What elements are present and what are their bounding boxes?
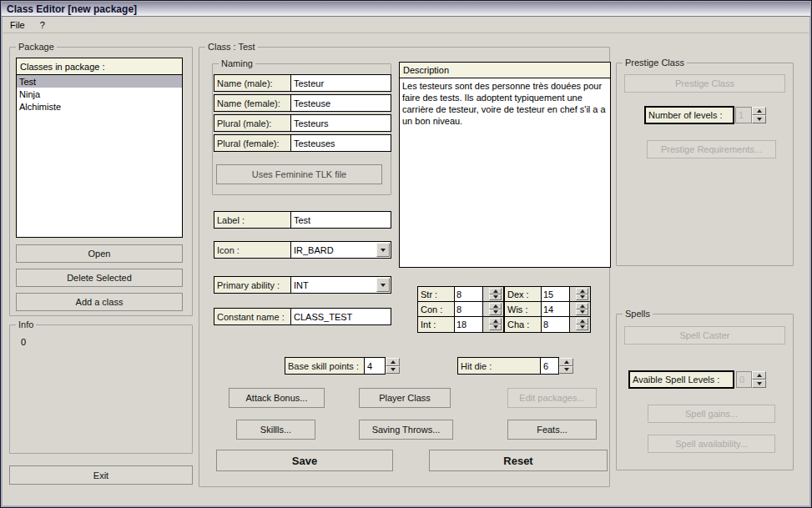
delete-selected-button[interactable]: Delete Selected bbox=[16, 269, 183, 287]
stat-row-dex: Dex : 15 bbox=[505, 287, 590, 302]
primary-ability-dropdown[interactable]: INT bbox=[290, 276, 391, 294]
name-female-input[interactable]: Testeuse bbox=[290, 94, 391, 112]
exit-button[interactable]: Exit bbox=[9, 465, 193, 485]
str-value[interactable]: 8 bbox=[455, 287, 483, 301]
info-group-label: Info bbox=[16, 319, 36, 330]
saving-throws-button[interactable]: Saving Throws... bbox=[359, 420, 453, 440]
spin-down-button[interactable] bbox=[752, 115, 766, 123]
cha-spinner bbox=[576, 318, 588, 330]
spin-up-button[interactable] bbox=[752, 107, 766, 115]
spin-down-button[interactable] bbox=[559, 366, 573, 375]
available-spell-levels-input[interactable]: 0 bbox=[736, 371, 752, 388]
dex-label: Dex : bbox=[505, 287, 542, 301]
player-class-button[interactable]: Player Class bbox=[359, 388, 451, 408]
spell-gains-button[interactable]: Spell gains... bbox=[648, 405, 775, 423]
icon-dropdown-value: IR_BARD bbox=[294, 242, 334, 258]
list-item-alchimiste[interactable]: Alchimiste bbox=[17, 100, 182, 113]
skills-button[interactable]: Skillls... bbox=[236, 420, 315, 440]
spin-down-button[interactable] bbox=[576, 309, 588, 316]
spin-up-button[interactable] bbox=[576, 303, 588, 309]
classes-list-header: Classes in package : bbox=[16, 58, 183, 75]
menubar: File ? bbox=[3, 18, 809, 33]
plural-male-input[interactable]: Testeurs bbox=[290, 114, 391, 132]
constant-name-label: Constant name : bbox=[214, 308, 291, 325]
constant-name-input[interactable]: CLASS_TEST bbox=[290, 308, 391, 325]
prestige-class-button[interactable]: Prestige Class bbox=[624, 74, 785, 93]
spin-down-button[interactable] bbox=[489, 324, 502, 331]
wis-label: Wis : bbox=[505, 302, 542, 316]
plural-male-label: Plural (male): bbox=[214, 114, 291, 132]
spin-down-button[interactable] bbox=[576, 324, 588, 331]
wis-value[interactable]: 14 bbox=[542, 302, 570, 316]
spell-caster-button[interactable]: Spell Caster bbox=[624, 326, 785, 345]
dex-spinner bbox=[576, 288, 588, 300]
dex-value[interactable]: 15 bbox=[542, 287, 570, 301]
reset-button[interactable]: Reset bbox=[429, 450, 608, 471]
spin-down-button[interactable] bbox=[489, 309, 502, 316]
list-item-test[interactable]: Test bbox=[17, 75, 182, 88]
menu-help[interactable]: ? bbox=[40, 20, 45, 30]
available-spell-levels-spinner bbox=[752, 371, 766, 388]
spin-up-button[interactable] bbox=[752, 371, 766, 380]
icon-dropdown-button[interactable] bbox=[376, 243, 390, 257]
hit-die-label: Hit die : bbox=[457, 357, 541, 375]
window-title: Class Editor [new package] bbox=[7, 3, 137, 15]
plural-female-label: Plural (female): bbox=[214, 134, 291, 152]
int-value[interactable]: 18 bbox=[455, 317, 483, 332]
spin-down-button[interactable] bbox=[576, 294, 588, 301]
available-spell-levels-label: Avaible Spell Levels : bbox=[628, 370, 734, 389]
name-male-label: Name (male): bbox=[214, 74, 291, 92]
feats-button[interactable]: Feats... bbox=[507, 420, 597, 440]
description-textarea[interactable]: Les testeurs sont des personne très doué… bbox=[399, 78, 611, 268]
cha-value[interactable]: 8 bbox=[542, 317, 570, 332]
str-spinner bbox=[489, 288, 502, 300]
chevron-down-icon bbox=[381, 249, 386, 252]
wis-spinner bbox=[576, 303, 588, 315]
save-button[interactable]: Save bbox=[216, 450, 393, 471]
open-button[interactable]: Open bbox=[16, 244, 183, 263]
int-label: Int : bbox=[418, 317, 455, 332]
feminine-tlk-button[interactable]: Uses Feminine TLK file bbox=[216, 164, 382, 184]
primary-ability-dropdown-button[interactable] bbox=[376, 278, 390, 292]
menu-file[interactable]: File bbox=[10, 20, 25, 30]
label-label: Label : bbox=[214, 211, 291, 229]
package-group-label: Package bbox=[16, 42, 57, 53]
spin-up-button[interactable] bbox=[489, 303, 502, 309]
base-skill-points-label: Base skill points : bbox=[285, 357, 365, 375]
spin-down-button[interactable] bbox=[489, 294, 502, 301]
classes-listbox[interactable]: Test Ninja Alchimiste bbox=[16, 74, 183, 238]
chevron-down-icon bbox=[381, 284, 386, 287]
base-skill-points-input[interactable]: 4 bbox=[364, 357, 386, 375]
spin-up-button[interactable] bbox=[559, 358, 573, 366]
name-female-label: Name (female): bbox=[214, 94, 291, 112]
spin-down-button[interactable] bbox=[752, 380, 766, 388]
spin-down-button[interactable] bbox=[386, 366, 400, 375]
hit-die-spinner bbox=[559, 358, 573, 374]
spin-up-button[interactable] bbox=[489, 288, 502, 294]
spell-availability-button[interactable]: Spell availability... bbox=[648, 435, 775, 453]
cha-label: Cha : bbox=[505, 317, 542, 332]
add-class-button[interactable]: Add a class bbox=[16, 293, 183, 311]
spin-up-button[interactable] bbox=[576, 288, 588, 294]
base-skill-points-spinner bbox=[386, 358, 400, 374]
description-header: Description bbox=[399, 62, 611, 78]
label-input[interactable]: Test bbox=[290, 211, 391, 229]
con-value[interactable]: 8 bbox=[455, 302, 483, 316]
number-of-levels-input[interactable]: 1 bbox=[735, 107, 752, 123]
spin-up-button[interactable] bbox=[386, 358, 400, 366]
primary-ability-value: INT bbox=[294, 277, 309, 293]
icon-dropdown[interactable]: IR_BARD bbox=[290, 241, 391, 259]
plural-female-input[interactable]: Testeuses bbox=[290, 134, 391, 152]
stat-row-con: Con : 8 bbox=[418, 302, 503, 317]
abilities-table-left: Str : 8 Con : 8 Int : 18 bbox=[417, 286, 504, 333]
hit-die-input[interactable]: 6 bbox=[540, 357, 559, 375]
prestige-requirements-button[interactable]: Prestige Requirements... bbox=[647, 140, 776, 158]
name-male-input[interactable]: Testeur bbox=[290, 74, 391, 92]
titlebar[interactable]: Class Editor [new package] bbox=[2, 2, 810, 17]
spin-up-button[interactable] bbox=[576, 318, 588, 324]
spin-up-button[interactable] bbox=[489, 318, 502, 324]
stat-row-str: Str : 8 bbox=[418, 287, 503, 302]
list-item-ninja[interactable]: Ninja bbox=[17, 88, 182, 100]
edit-packages-button[interactable]: Edit packages... bbox=[507, 388, 597, 408]
attack-bonus-button[interactable]: Attack Bonus... bbox=[229, 388, 325, 408]
